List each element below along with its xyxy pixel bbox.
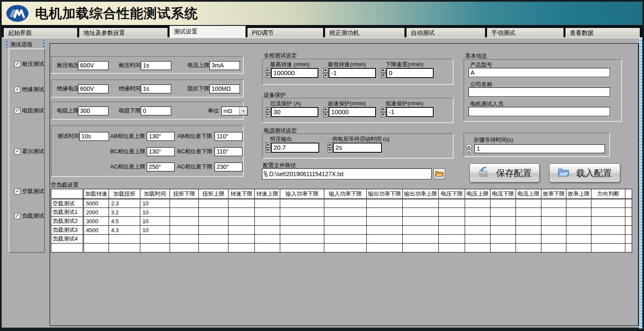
table-cell[interactable] <box>439 244 465 252</box>
table-cell[interactable] <box>255 226 280 235</box>
table-cell[interactable] <box>324 208 367 217</box>
checkbox-icon[interactable]: ✓ <box>14 61 20 67</box>
text-input[interactable]: 600V <box>78 84 109 93</box>
spinner[interactable] <box>323 68 328 78</box>
numeric-input[interactable]: -1 <box>386 107 434 117</box>
table-cell[interactable] <box>516 208 541 217</box>
table-cell[interactable] <box>255 199 280 208</box>
checkbox-icon[interactable]: ✓ <box>14 149 20 154</box>
tab-item[interactable]: 自动测试 <box>406 28 485 37</box>
table-cell[interactable] <box>367 199 403 208</box>
table-cell[interactable] <box>229 244 255 252</box>
table-cell[interactable] <box>170 199 199 208</box>
spin-down-icon[interactable] <box>381 112 386 117</box>
table-cell[interactable] <box>403 217 439 226</box>
table-cell[interactable] <box>541 217 566 226</box>
table-cell[interactable] <box>255 244 280 252</box>
table-cell[interactable] <box>84 244 109 252</box>
text-input[interactable]: 110° <box>215 147 243 156</box>
table-cell[interactable] <box>229 226 255 235</box>
numeric-input[interactable]: 2s <box>333 143 382 153</box>
table-cell[interactable] <box>541 235 566 244</box>
text-input[interactable] <box>468 107 610 116</box>
table-cell[interactable]: 10 <box>140 226 170 235</box>
table-cell[interactable] <box>199 217 229 226</box>
table-cell[interactable] <box>516 244 541 252</box>
text-input[interactable]: 100MΩ <box>209 84 240 93</box>
table-cell[interactable] <box>199 199 229 208</box>
table-cell[interactable]: 5000 <box>84 199 109 208</box>
numeric-input[interactable]: -1 <box>329 68 376 78</box>
spin-down-icon[interactable] <box>323 73 328 78</box>
text-input[interactable]: 3mA <box>209 61 240 70</box>
table-cell[interactable] <box>465 244 491 252</box>
table-cell[interactable] <box>439 235 465 244</box>
table-cell[interactable] <box>199 244 229 252</box>
table-cell[interactable] <box>465 217 491 226</box>
table-cell[interactable] <box>229 217 255 226</box>
table-cell[interactable] <box>541 226 566 235</box>
checkbox-icon[interactable]: ✓ <box>14 188 20 194</box>
table-cell[interactable] <box>403 235 439 244</box>
spin-down-icon[interactable] <box>466 150 472 155</box>
sidebar-option[interactable]: ✓电阻测试 <box>14 107 44 115</box>
table-cell[interactable]: 10 <box>140 199 170 208</box>
table-cell[interactable] <box>625 208 632 217</box>
text-input[interactable]: 1s <box>141 84 171 93</box>
tab-item[interactable]: 地址及参数设置 <box>79 28 168 37</box>
spinner[interactable] <box>266 143 270 153</box>
table-cell[interactable] <box>403 244 439 252</box>
table-cell[interactable] <box>367 217 403 226</box>
table-cell[interactable] <box>516 217 541 226</box>
table-cell[interactable] <box>541 199 566 208</box>
table-cell[interactable] <box>439 208 465 217</box>
table-cell[interactable] <box>140 235 170 244</box>
tab-item[interactable]: PID调节 <box>247 28 323 37</box>
checkbox-icon[interactable]: ✓ <box>14 87 20 93</box>
table-cell[interactable] <box>566 244 591 252</box>
table-cell[interactable] <box>516 235 541 244</box>
table-cell[interactable] <box>491 199 516 208</box>
text-input[interactable]: 130° <box>147 132 175 141</box>
spin-down-icon[interactable] <box>266 148 270 153</box>
save-config-button[interactable]: 保存配置 <box>469 163 540 182</box>
spin-up-icon[interactable] <box>323 68 328 73</box>
table-cell[interactable] <box>491 208 516 217</box>
table-cell[interactable] <box>199 235 229 244</box>
table-cell[interactable] <box>465 199 491 208</box>
text-input[interactable] <box>468 87 610 97</box>
table-cell[interactable] <box>439 217 465 226</box>
table-cell[interactable] <box>229 235 255 244</box>
table-cell[interactable] <box>491 244 516 252</box>
sidebar-option[interactable]: ✓空载测试 <box>14 188 44 195</box>
spin-down-icon[interactable] <box>266 112 270 117</box>
tab-item[interactable]: 手动测试 <box>487 28 564 37</box>
table-cell[interactable] <box>199 226 229 235</box>
text-input[interactable]: 130° <box>147 147 175 156</box>
table-cell[interactable] <box>566 235 591 244</box>
table-cell[interactable] <box>280 199 324 208</box>
table-cell[interactable] <box>625 226 632 235</box>
table-cell[interactable]: 2000 <box>84 208 109 217</box>
config-path-value[interactable]: D:\set\20190611154127X.txt <box>269 171 343 177</box>
table-cell[interactable] <box>84 235 109 244</box>
table-cell[interactable] <box>566 208 591 217</box>
text-input[interactable]: A <box>468 68 610 77</box>
table-cell[interactable] <box>367 235 403 244</box>
table-cell[interactable] <box>465 208 491 217</box>
spin-up-icon[interactable] <box>328 143 332 148</box>
unit-dropdown[interactable]: mΩ▼ <box>221 107 248 115</box>
table-cell[interactable] <box>324 217 367 226</box>
table-cell[interactable] <box>591 235 625 244</box>
table-cell[interactable] <box>566 217 591 226</box>
text-input[interactable]: 110° <box>215 132 243 141</box>
table-cell[interactable] <box>255 217 280 226</box>
table-cell[interactable] <box>170 235 199 244</box>
table-cell[interactable] <box>465 235 491 244</box>
table-cell[interactable] <box>439 199 465 208</box>
table-cell[interactable]: 10 <box>140 208 170 217</box>
table-cell[interactable] <box>280 235 324 244</box>
text-input[interactable]: 1s <box>141 61 171 70</box>
table-cell[interactable] <box>170 208 199 217</box>
spin-up-icon[interactable] <box>266 107 270 112</box>
